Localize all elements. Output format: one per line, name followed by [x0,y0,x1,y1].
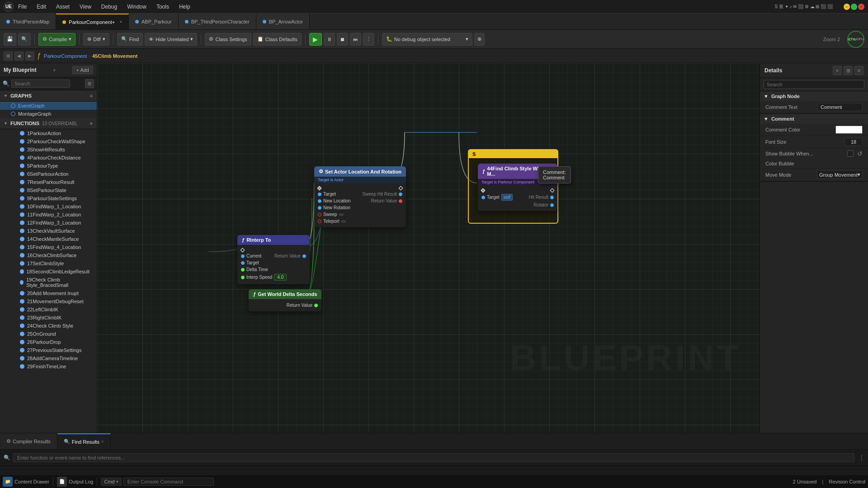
step-button[interactable]: ⏭ [350,33,361,46]
function-item[interactable]: 9ParkourStateSettings [0,194,97,202]
cmd-button[interactable]: Cmd ▾ [101,478,121,486]
reset-icon[interactable]: ↺ [857,150,863,157]
find-results-tab[interactable]: 🔍 Find Results × [57,433,111,449]
breadcrumb-component[interactable]: ParkourComponent [44,53,87,59]
more-button[interactable]: ⋮ [363,33,374,46]
list-view-button[interactable]: ≡ [854,66,863,75]
function-item[interactable]: 20Add Movement Inupt [0,289,97,297]
graph-node-header[interactable]: ▼ Graph Node [760,91,868,101]
browse-button[interactable]: 🔍 [18,33,31,46]
font-size-value[interactable]: 18 [844,138,863,146]
settings-button[interactable]: ⚙ [85,79,94,88]
class-settings-button[interactable]: ⚙ Class Settings [205,33,251,46]
search-input[interactable] [11,80,70,88]
menu-window[interactable]: Window [123,3,151,11]
comment-node[interactable]: S ƒ 44Find Climb Style While M... Target… [468,149,558,224]
rinterp-to-node[interactable]: ƒ RInterp To Current Return Value Target [237,235,310,284]
compiler-results-tab[interactable]: ⚙ Compiler Results [0,433,57,449]
tab-close-button[interactable]: × [119,19,122,24]
function-item[interactable]: 24Check Climb Style [0,322,97,330]
menu-file[interactable]: File [14,3,31,11]
nav-forward-button[interactable]: ▶ [25,52,34,61]
add-graph-button[interactable]: + [90,92,93,99]
function-item[interactable]: 12FindWarp_3_Location [0,219,97,227]
function-item[interactable]: 16CheckClimbSurface [0,251,97,259]
graphs-section-header[interactable]: ▼ GRAPHS + [0,90,97,102]
stop-button[interactable]: ⏹ [337,33,348,46]
console-input[interactable] [123,478,214,486]
save-button[interactable]: 💾 [4,33,16,46]
play-button[interactable]: ▶ [309,33,322,46]
function-item[interactable]: 14CheckMantleSurface [0,235,97,243]
function-item[interactable]: 10FindWarp_1_Location [0,202,97,211]
find-options-button[interactable]: ⋮ [859,455,864,461]
find-button[interactable]: 🔍 Find [117,33,143,46]
functions-section-header[interactable]: ▼ FUNCTIONS 13 OVERRIDABL + [0,118,97,129]
function-item[interactable]: 22LeftClimbIK [0,305,97,314]
close-button[interactable]: × [858,4,864,10]
function-item[interactable]: 15FindWarp_4_Location [0,243,97,251]
add-function-button[interactable]: + [90,120,93,127]
function-item[interactable]: 21MovementDebugReset [0,297,97,305]
move-mode-dropdown[interactable]: Group Movement ▾ [817,170,863,179]
function-item[interactable]: 17SetClimbStyle [0,259,97,267]
tab-parkourcomponent[interactable]: ParkourComponent+ × [56,14,129,29]
tab-bp-arrowactor[interactable]: BP_ArrowActor [256,14,310,29]
grid-view-button[interactable]: ⊞ [844,66,853,75]
maximize-button[interactable]: □ [851,4,857,10]
blueprint-canvas[interactable]: BLUEPRINT ƒ RInterp To [97,63,760,433]
function-item[interactable]: 26ParkourDrop [0,338,97,346]
function-item[interactable]: 5ParkourType [0,162,97,170]
find-input[interactable] [13,453,854,462]
debug-object-dropdown[interactable]: 🐛 No debug object selected ▾ [382,33,472,46]
menu-tools[interactable]: Tools [152,3,174,11]
diff-button[interactable]: ⊕ Diff ▾ [83,33,109,46]
function-item[interactable]: 13CheckVaultSurface [0,227,97,235]
output-log-button[interactable]: 📄 [57,477,67,487]
hide-unrelated-button[interactable]: 👁 Hide Unrelated ▾ [145,33,197,46]
function-item[interactable]: 25OnGround [0,330,97,338]
interp-speed-value[interactable]: 4.0 [274,274,287,281]
function-item[interactable]: 6SetParkourAction [0,170,97,178]
function-item[interactable]: 18SecondClimbLedgeResult [0,267,97,276]
content-drawer-button[interactable]: 📁 [3,477,13,487]
function-item[interactable]: 29FinishTimeLine [0,362,97,371]
function-item[interactable]: 28AddCameraTimeline [0,354,97,362]
tab-thirdpersonmap[interactable]: ThirdPersonMap [0,14,56,29]
function-item[interactable]: 4ParkourCheckDistance [0,154,97,162]
menu-edit[interactable]: Edit [32,3,51,11]
function-item[interactable]: 1ParkourAction [0,129,97,137]
menu-help[interactable]: Help [175,3,195,11]
comment-section-header[interactable]: ▼ Comment [760,114,868,124]
function-item[interactable]: 11FindWarp_2_Location [0,211,97,219]
tab-close-button[interactable]: × [101,439,104,444]
close-details-button[interactable]: × [833,66,842,75]
eventgraph-item[interactable]: EventGraph [0,102,97,110]
debug-action-button[interactable]: ⊕ [474,33,485,46]
minimize-button[interactable]: ─ [844,4,850,10]
compile-button[interactable]: ⚙ Compile ▾ [38,33,75,46]
function-item[interactable]: 27PreviousStateSettings [0,346,97,354]
get-world-delta-node[interactable]: ƒ Get World Delta Seconds Return Value [249,289,321,311]
close-panel-button[interactable]: × [53,68,56,73]
comment-text-value[interactable]: Comment [817,103,863,111]
function-item[interactable]: 3ShowHitResults [0,145,97,154]
nav-grid-button[interactable]: ⊞ [4,52,13,61]
menu-asset[interactable]: Asset [52,3,74,11]
color-swatch[interactable] [835,126,863,134]
function-item[interactable]: 23RightClimbIK [0,314,97,322]
montagegraph-item[interactable]: MontageGraph [0,110,97,118]
class-defaults-button[interactable]: 📋 Class Defaults [253,33,302,46]
function-item[interactable]: 2ParkourCheckWallShape [0,137,97,145]
function-item[interactable]: 7ResetParkourResult [0,178,97,186]
pause-button[interactable]: ⏸ [324,33,335,46]
add-button[interactable]: + Add [72,66,93,74]
function-item[interactable]: 19Check Climb Style_BracedSmall [0,276,97,289]
menu-debug[interactable]: Debug [97,3,122,11]
menu-view[interactable]: View [75,3,96,11]
show-bubble-checkbox[interactable] [847,150,854,157]
details-search-input[interactable] [764,80,864,89]
tab-bp-thirdperson[interactable]: BP_ThirdPersonCharacter [179,14,256,29]
set-actor-location-node[interactable]: ⚙ Set Actor Location And Rotation Target… [314,166,406,227]
nav-back-button[interactable]: ◀ [14,52,24,61]
